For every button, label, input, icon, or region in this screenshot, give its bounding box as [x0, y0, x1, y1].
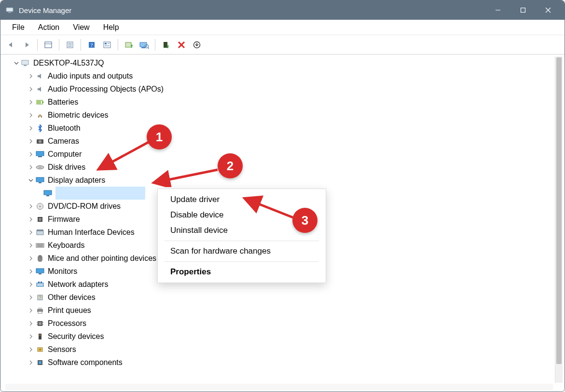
speaker-icon — [35, 72, 45, 81]
tree-category[interactable]: Bluetooth — [5, 122, 553, 135]
ctx-properties[interactable]: Properties — [158, 264, 326, 280]
chevron-down-icon[interactable] — [27, 176, 35, 185]
chevron-right-icon[interactable] — [27, 254, 35, 263]
back-button[interactable] — [4, 38, 18, 52]
chevron-right-icon[interactable] — [27, 358, 35, 367]
ctx-scan-hardware[interactable]: Scan for hardware changes — [158, 243, 326, 259]
svg-rect-27 — [22, 60, 28, 65]
ctx-update-driver[interactable]: Update driver — [158, 192, 326, 207]
chevron-right-icon[interactable] — [27, 111, 35, 120]
tree-category-label: Audio Processing Objects (APOs) — [48, 82, 164, 95]
chevron-right-icon[interactable] — [27, 241, 35, 250]
chevron-right-icon[interactable] — [27, 280, 35, 289]
tree-category[interactable]: Batteries — [5, 95, 553, 108]
disable-device-button[interactable] — [175, 38, 188, 52]
svg-rect-3 — [521, 8, 525, 13]
chevron-right-icon[interactable] — [27, 332, 35, 341]
svg-rect-61 — [38, 308, 42, 309]
menu-help[interactable]: Help — [96, 21, 126, 34]
chevron-right-icon[interactable] — [27, 124, 35, 133]
update-driver-button[interactable] — [122, 38, 136, 52]
annotation-badge-3: 3 — [292, 208, 317, 233]
chevron-right-icon[interactable] — [27, 85, 35, 94]
chevron-right-icon[interactable] — [27, 293, 35, 302]
ctx-separator — [165, 261, 319, 262]
tree-category-display-adapters[interactable]: Display adapters — [5, 174, 553, 187]
computer-root-icon — [21, 59, 30, 68]
svg-rect-56 — [38, 282, 40, 283]
svg-rect-45 — [39, 218, 41, 221]
horizontal-scrollbar[interactable] — [5, 384, 553, 391]
window-title: Device Manager — [19, 6, 71, 14]
tree-category[interactable]: Audio Processing Objects (APOs) — [5, 82, 553, 95]
menu-file[interactable]: File — [5, 21, 31, 34]
tree-category-label: Software components — [48, 356, 123, 369]
svg-rect-6 — [45, 42, 52, 48]
chevron-right-icon[interactable] — [27, 228, 35, 237]
chevron-right-icon[interactable] — [27, 98, 35, 107]
svg-rect-55 — [37, 283, 43, 286]
chevron-right-icon[interactable] — [27, 72, 35, 81]
tree-category[interactable]: Print queues — [5, 304, 553, 317]
chevron-down-icon[interactable] — [12, 59, 21, 68]
tree-category[interactable]: ? Other devices — [5, 291, 553, 304]
tree-category[interactable]: Audio inputs and outputs — [5, 69, 553, 82]
svg-rect-34 — [36, 151, 44, 156]
chevron-right-icon[interactable] — [27, 267, 35, 276]
tree-category[interactable]: Cameras — [5, 135, 553, 148]
tree-category[interactable]: Security devices — [5, 330, 553, 343]
cpu-icon — [35, 319, 45, 328]
chevron-right-icon[interactable] — [27, 150, 35, 159]
help-button[interactable]: ? — [85, 38, 98, 52]
svg-point-33 — [39, 140, 41, 143]
chevron-right-icon[interactable] — [27, 306, 35, 315]
details-button[interactable] — [100, 38, 114, 52]
tree-category[interactable]: Biometric devices — [5, 108, 553, 122]
svg-rect-74 — [39, 361, 41, 364]
show-hidden-button[interactable] — [41, 38, 55, 52]
chevron-right-icon[interactable] — [27, 202, 35, 211]
optical-icon — [35, 202, 45, 211]
tree-root[interactable]: DESKTOP-4L537JQ — [5, 56, 553, 69]
menu-action[interactable]: Action — [31, 21, 66, 34]
maximize-button[interactable] — [510, 0, 536, 20]
svg-rect-14 — [104, 42, 110, 48]
menubar: File Action View Help — [0, 20, 565, 35]
scrollbar-thumb[interactable] — [556, 57, 562, 364]
tree-category-label: DVD/CD-ROM drives — [48, 200, 121, 213]
svg-rect-1 — [8, 12, 11, 13]
svg-rect-46 — [37, 231, 43, 235]
tree-category[interactable]: Computer — [5, 148, 553, 161]
enable-device-button[interactable] — [159, 38, 173, 52]
tree-category[interactable]: Sensors — [5, 343, 553, 356]
menu-view[interactable]: View — [66, 21, 96, 34]
svg-rect-47 — [37, 230, 43, 231]
sensor-icon — [35, 345, 45, 354]
computer-icon — [35, 150, 45, 159]
tree-category[interactable]: Processors — [5, 317, 553, 330]
tree-category[interactable]: Software components — [5, 356, 553, 369]
properties-button[interactable] — [63, 38, 77, 52]
vertical-scrollbar[interactable] — [555, 56, 563, 383]
uninstall-device-button[interactable] — [190, 38, 204, 52]
forward-button[interactable] — [20, 38, 33, 52]
titlebar[interactable]: Device Manager — [0, 0, 565, 20]
scan-hardware-button[interactable] — [138, 38, 151, 52]
chevron-right-icon[interactable] — [27, 319, 35, 328]
chevron-right-icon[interactable] — [27, 163, 35, 172]
tree-category-label: Disk drives — [48, 161, 85, 174]
close-button[interactable] — [536, 0, 561, 20]
chevron-right-icon[interactable] — [27, 345, 35, 354]
tree-root-label: DESKTOP-4L537JQ — [33, 56, 104, 69]
svg-rect-20 — [141, 47, 145, 48]
minimize-button[interactable] — [485, 0, 510, 20]
svg-rect-64 — [39, 322, 41, 325]
tree-category[interactable]: Disk drives — [5, 161, 553, 174]
chevron-right-icon[interactable] — [27, 215, 35, 224]
svg-rect-41 — [46, 195, 49, 196]
ctx-separator — [165, 241, 319, 241]
tree-category-label: Mice and other pointing devices — [48, 252, 156, 265]
tree-category-label: Keyboards — [48, 239, 85, 252]
chevron-right-icon[interactable] — [27, 137, 35, 146]
mouse-icon — [35, 254, 45, 263]
